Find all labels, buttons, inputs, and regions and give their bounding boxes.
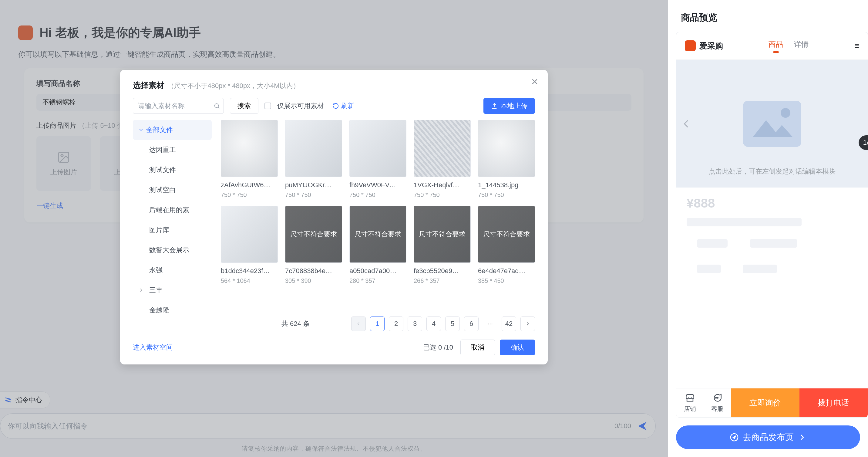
asset-card[interactable]: 尺寸不符合要求a050cad7a00…280 * 357 [349,206,406,284]
asset-card[interactable]: b1ddc344e23f…564 * 1064 [221,206,278,284]
upload-icon [491,102,498,109]
skeleton-line [697,265,721,273]
asset-filename: 1_144538.jpg [478,181,535,189]
asset-thumb [478,120,535,177]
asset-filename: a050cad7a00… [349,267,406,275]
local-upload-button[interactable]: 本地上传 [484,98,535,114]
refresh-icon [332,102,339,109]
service-button[interactable]: 客服 [704,389,731,417]
asset-filename: 6e4de47e7ad… [478,267,535,275]
tree-item-label: 达因重工 [149,146,176,154]
hero-image-area[interactable]: 点击此处后，可在左侧发起对话编辑本模块 [676,60,868,187]
chevron-left-icon[interactable] [681,118,692,129]
tree-item-label: 数智大会展示 [149,246,189,254]
modal-title: 选择素材 [133,81,164,90]
bottom-bar: 店铺 客服 立即询价 拨打电话 [676,388,868,417]
enter-space-link[interactable]: 进入素材空间 [133,343,173,352]
pager-page[interactable]: 6 [464,316,478,331]
asset-filename: 7c708838b4e… [285,267,342,275]
brand-logo-icon [685,40,696,51]
tree-item-label: 三丰 [149,286,162,294]
skeleton-line [687,218,802,226]
pager-page[interactable]: 2 [389,316,403,331]
tree-item[interactable]: 三丰 [133,280,212,300]
search-input[interactable] [133,98,224,114]
only-usable-label: 仅展示可用素材 [277,101,324,111]
asset-dimensions: 266 * 357 [414,277,471,284]
asset-card[interactable]: fh9VeVW0FV…750 * 750 [349,120,406,199]
tree-item[interactable]: 后端在用的素 [133,200,212,220]
asset-filename: zAfAvhGUtW6… [221,181,278,189]
tree-item[interactable]: 数智大会展示 [133,240,212,260]
asset-dimensions: 280 * 357 [349,277,406,284]
image-placeholder-icon [742,99,803,148]
asset-card[interactable]: 1_144538.jpg750 * 750 [478,120,535,199]
asset-card[interactable]: zAfAvhGUtW6…750 * 750 [221,120,278,199]
asset-thumb: 尺寸不符合要求 [414,206,471,263]
skeleton-line [697,239,727,248]
brand-name: 爱采购 [700,41,723,51]
pager-page[interactable]: 5 [445,316,460,331]
asset-dimensions: 750 * 750 [285,191,342,199]
asset-grid: zAfAvhGUtW6…750 * 750puMYtJOGKr…750 * 75… [221,120,535,314]
asset-thumb: 尺寸不符合要求 [285,206,342,263]
asset-card[interactable]: 尺寸不符合要求7c708838b4e…305 * 390 [285,206,342,284]
pager-next[interactable] [521,316,535,331]
asset-dimensions: 564 * 1064 [221,277,278,284]
tree-item[interactable]: 达因重工 [133,140,212,160]
tree-item[interactable]: 永强 [133,260,212,280]
ask-price-button[interactable]: 立即询价 [731,389,800,417]
tree-item-label: 图片库 [149,226,169,234]
close-icon[interactable] [530,77,539,86]
tree-item[interactable]: 测试空白 [133,180,212,200]
refresh-link[interactable]: 刷新 [332,101,354,111]
asset-card[interactable]: 尺寸不符合要求6e4de47e7ad…385 * 450 [478,206,535,284]
folder-tree: 全部文件 达因重工测试文件测试空白后端在用的素图片库数智大会展示永强三丰金越隆土… [133,120,212,314]
call-button[interactable]: 拨打电话 [800,389,868,417]
asset-card[interactable]: puMYtJOGKr…750 * 750 [285,120,342,199]
pager-page[interactable]: 4 [426,316,441,331]
tree-item[interactable]: 测试文件 [133,160,212,180]
search-button[interactable]: 搜索 [230,98,258,114]
refresh-label: 刷新 [341,101,354,111]
svg-point-9 [781,108,790,118]
asset-dimensions: 305 * 390 [285,277,342,284]
pager-last[interactable]: 42 [502,316,516,331]
tree-item[interactable]: 金越隆 [133,300,212,314]
only-usable-checkbox[interactable] [265,102,271,109]
go-publish-label: 去商品发布页 [743,431,794,443]
asset-thumb [414,120,471,177]
asset-filename: fe3cb5520e9… [414,267,471,275]
modal-scrim: 选择素材 （尺寸不小于480px * 480px，大小4M以内） 搜索 仅展示可… [0,0,668,457]
chevron-right-icon [138,287,144,293]
svg-rect-7 [743,101,801,147]
asset-dimensions: 750 * 750 [478,191,535,199]
menu-icon[interactable]: ≡ [854,41,859,51]
tree-item-label: 测试空白 [149,186,176,193]
tab-detail[interactable]: 详情 [794,39,809,52]
pager-page[interactable]: 1 [370,316,384,331]
asset-thumb [349,120,406,177]
tree-item-label: 金越隆 [149,306,169,314]
skeleton-line [750,239,798,248]
asset-filename: 1VGX-Heqlvf… [414,181,471,189]
go-publish-button[interactable]: 去商品发布页 [676,425,860,449]
chevron-right-icon [525,321,531,327]
asset-filename: fh9VeVW0FV… [349,181,406,189]
pager-prev [351,316,366,331]
svg-point-11 [717,398,718,398]
tree-item[interactable]: 图片库 [133,220,212,240]
tab-goods[interactable]: 商品 [769,39,783,52]
asset-card[interactable]: 1VGX-Heqlvf…750 * 750 [414,120,471,199]
cancel-button[interactable]: 取消 [460,340,495,355]
tree-root[interactable]: 全部文件 [133,120,212,140]
shop-button[interactable]: 店铺 [676,389,704,417]
material-modal: 选择素材 （尺寸不小于480px * 480px，大小4M以内） 搜索 仅展示可… [120,70,548,364]
asset-card[interactable]: 尺寸不符合要求fe3cb5520e9…266 * 357 [414,206,471,284]
confirm-button[interactable]: 确认 [500,340,535,355]
asset-thumb [285,120,342,177]
pager-page[interactable]: 3 [408,316,422,331]
search-icon [214,102,220,109]
pager-total: 共 624 条 [281,319,310,328]
chevron-down-icon [138,127,144,132]
